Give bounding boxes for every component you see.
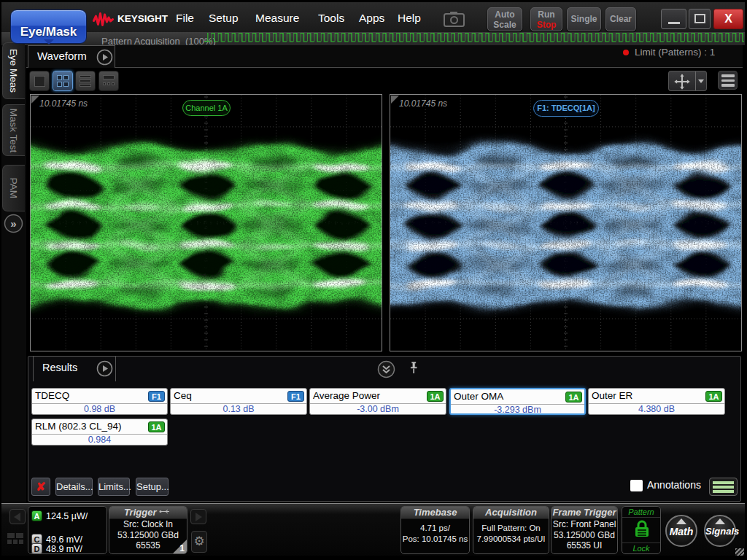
- svg-text:10.01745 ns: 10.01745 ns: [399, 98, 447, 109]
- svg-text:10.01745 ns: 10.01745 ns: [39, 98, 88, 109]
- svg-text:»: »: [10, 217, 16, 230]
- svg-text:F1: TDECQ[1A]: F1: TDECQ[1A]: [537, 104, 595, 112]
- svg-text:Channel 1A: Channel 1A: [185, 104, 228, 112]
